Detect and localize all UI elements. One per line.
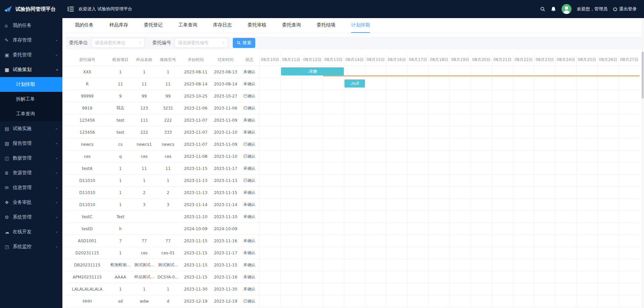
cell: 已确认 [239,138,259,150]
cell: 11 [156,78,180,90]
cell: 222 [132,126,156,138]
cell: 11 [156,163,180,175]
sidebar: 试验协同管理平台 ⌂我的任务✎库存管理›▣委托管理›▦试验策划›计划排期拆解工单… [0,0,62,308]
cell: 123456 [66,114,109,126]
column-header: 状态 [239,54,259,66]
sidebar-toggle-icon[interactable] [68,7,74,11]
cell: 77 [132,235,156,247]
tab-plan-schedule[interactable]: 计划排期 [351,18,370,33]
sidebar-item-report-management[interactable]: ▧报告管理› [0,136,62,151]
sidebar-subitem-plan-schedule[interactable]: 计划排期 [0,77,62,92]
sidebar-item-test-implementation[interactable]: ▤试验实施› [0,121,62,136]
cell: 2024-10-09 [180,223,212,235]
tab-my-tasks[interactable]: 我的任务 [75,18,94,33]
cell: ces [132,247,156,259]
logout-label: 退出登录 [619,6,637,12]
cell: 3 [156,199,180,211]
sidebar-item-online-development[interactable]: ☁在线开发› [0,225,62,239]
gantt-row [259,235,640,247]
sidebar-item-my-tasks[interactable]: ⌂我的任务 [0,18,62,33]
main-content: 我的任务样品库存委托登记工单查询库存日志委托审核委托查询委托结项计划排期 委托单… [62,18,644,308]
sidebar-item-resource-management[interactable]: ≣资源管理› [0,166,62,180]
cell: 已确认 [239,102,259,114]
cell: 未确认 [239,114,259,126]
cell: 未确认 [239,199,259,211]
tab-commission-register[interactable]: 委托登记 [144,18,163,33]
sidebar-item-information-management[interactable]: ✉信息管理› [0,180,62,195]
date-column-header: 08月15日 [365,54,386,66]
gantt-bar[interactable]: ,null [344,79,365,87]
gantt-row [259,175,640,187]
sidebar-subitem-workorder-query[interactable]: 工单查询 [0,107,62,121]
magnifier-icon [237,41,241,45]
cell: Test [109,211,132,223]
sidebar-item-business-approval[interactable]: ❖业务审批› [0,195,62,210]
sidebar-item-system-monitoring[interactable]: ◳系统监控› [0,239,62,254]
cell: 2023-11-13 [180,175,212,187]
sidebar-item-system-management[interactable]: ⚙系统管理› [0,210,62,225]
date-column-header: 08月17日 [407,54,428,66]
tab-commission-query[interactable]: 委托查询 [282,18,301,33]
cell: ces [66,150,109,163]
cell: 2023-11-10 [212,150,239,163]
search-button-label: 搜索 [243,40,251,46]
filter-unit-label: 委托单位 [69,40,88,46]
cell: 7 [109,235,132,247]
date-column-header: 08月23日 [534,54,555,66]
cell: testD [66,223,109,235]
sidebar-item-test-planning[interactable]: ▦试验策划› [0,62,62,77]
bell-icon[interactable] [551,6,556,12]
sidebar-item-label: 库存管理 [13,37,56,43]
cell: 3231 [156,102,180,114]
commission-no-select[interactable]: 请选择委托编号 › [174,38,228,48]
search-icon[interactable] [540,6,545,12]
cell: testA [66,163,109,175]
cell: 2023-11-30 [212,283,239,295]
gantt-row [259,114,640,126]
cell [132,211,156,223]
cell: ces-01 [156,247,180,259]
cell: 我去 [109,102,132,114]
chevron-down-icon: › [54,128,59,129]
gantt-bar[interactable]: ,张鹏 [281,67,344,75]
gantt-row [259,211,640,223]
commission-unit-select[interactable]: 请选择委托单位 › [91,38,145,48]
sidebar-item-inventory-management[interactable]: ✎库存管理› [0,33,62,48]
logout-button[interactable]: 退出登录 [613,6,637,12]
cell: 123456 [66,126,109,138]
sidebar-subitem-disassemble-workorder[interactable]: 拆解工单 [0,92,62,107]
filter-no-label: 委托编号 [152,40,171,46]
column-header: 样品名称 [132,54,156,66]
date-column-header: 08月19日 [449,54,471,66]
cell: 2 [156,187,180,199]
header-actions: 欢迎您，管理员 退出登录 [540,4,637,14]
search-button[interactable]: 搜索 [233,38,255,48]
chevron-down-icon: › [54,39,59,41]
cell: 2023-08-11 [180,66,212,78]
cell: 111 [132,114,156,126]
sidebar-item-label: 试验策划 [13,67,56,73]
sidebar-item-data-management[interactable]: ◫数据管理› [0,151,62,166]
cell: newcs1 [132,138,156,150]
sidebar-item-label: 系统监控 [13,244,56,250]
date-column-header: 08月18日 [428,54,449,66]
avatar[interactable] [561,4,572,14]
gantt-row [259,102,640,114]
tab-commission-review[interactable]: 委托审核 [248,18,266,33]
tab-inventory-log[interactable]: 库存日志 [213,18,232,33]
sidebar-item-commission-management[interactable]: ▣委托管理› [0,48,62,62]
gantt-row [259,126,640,138]
date-column-header: 08月25日 [576,54,597,66]
tab-commission-closure[interactable]: 委托结项 [317,18,335,33]
tab-sample-inventory[interactable]: 样品库存 [109,18,128,33]
sidebar-item-label: 数据管理 [13,155,56,161]
tab-workorder-query[interactable]: 工单查询 [178,18,197,33]
cell: 未确认 [239,283,259,295]
gantt-row [259,199,640,211]
tab-bar: 我的任务样品库存委托登记工单查询库存日志委托审核委托查询委托结项计划排期 [66,18,641,33]
vertical-scrollbar[interactable] [641,18,644,308]
scrollbar-thumb[interactable] [642,52,644,99]
cell: 2023-10-25 [180,90,212,102]
date-column-header: 08月10日 [259,54,280,66]
commission-no-placeholder: 请选择委托编号 [178,40,209,46]
